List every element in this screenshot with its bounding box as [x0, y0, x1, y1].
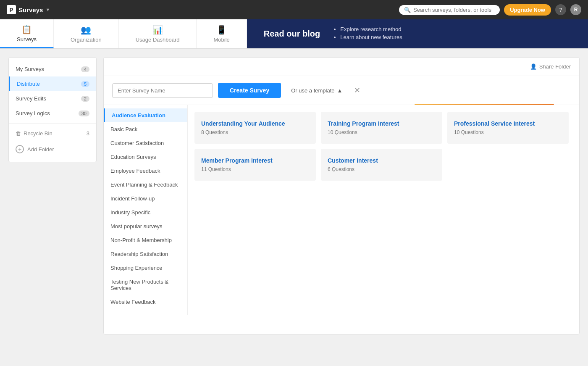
user-avatar[interactable]: R [570, 4, 581, 15]
share-folder-label: Share Folder [539, 63, 571, 70]
category-item-shopping[interactable]: Shopping Experience [104, 261, 187, 275]
blog-bullets: Explore research method Learn about new … [333, 26, 402, 42]
upgrade-button[interactable]: Upgrade Now [504, 4, 551, 16]
sidebar-survey-edits-label: Survey Edits [16, 95, 46, 102]
tab-organization-label: Organization [71, 37, 102, 43]
template-count-0: 8 Questions [201, 129, 309, 135]
category-item-readership[interactable]: Readership Satisfaction [104, 247, 187, 261]
template-card-2[interactable]: Professional Service Interest 10 Questio… [447, 112, 569, 144]
add-folder-label: Add Folder [27, 146, 54, 153]
tab-surveys[interactable]: 📋 Surveys [0, 19, 54, 48]
sidebar-item-recycle-bin[interactable]: 🗑 Recycle Bin 3 [9, 126, 96, 141]
top-nav: P Surveys ▼ 🔍 Upgrade Now ? R [0, 0, 588, 19]
app-title: Surveys [18, 6, 43, 13]
chevron-up-icon: ▲ [337, 87, 343, 94]
blog-bullet-1: Explore research method [340, 26, 402, 32]
help-button[interactable]: ? [555, 4, 566, 15]
category-item-basic-pack[interactable]: Basic Pack [104, 122, 187, 136]
template-name-4: Customer Interest [328, 157, 436, 164]
template-button-label: Or use a template [291, 87, 334, 94]
main-container: My Surveys 4 Distribute 5 Survey Edits 2… [0, 49, 588, 343]
survey-name-input[interactable] [112, 83, 213, 98]
category-item-audience-evaluation[interactable]: Audience Evaluation [104, 108, 187, 122]
template-underline [415, 104, 554, 105]
category-item-industry-specific[interactable]: Industry Specific [104, 205, 187, 219]
chevron-down-icon[interactable]: ▼ [45, 7, 50, 12]
search-input[interactable] [413, 7, 495, 13]
tab-bar: 📋 Surveys 👥 Organization 📊 Usage Dashboa… [0, 19, 588, 49]
plus-icon: + [16, 145, 24, 153]
sidebar-survey-logics-badge: 30 [79, 111, 89, 116]
sidebar-my-surveys-badge: 4 [81, 66, 89, 72]
template-name-0: Understanding Your Audience [201, 120, 309, 127]
sidebar-item-my-surveys[interactable]: My Surveys 4 [9, 62, 96, 76]
tab-usage[interactable]: 📊 Usage Dashboard [119, 19, 197, 48]
tab-mobile[interactable]: 📱 Mobile [197, 19, 247, 48]
category-item-non-profit[interactable]: Non-Profit & Membership [104, 233, 187, 247]
blog-bullet-2: Learn about new features [340, 34, 402, 40]
template-name-2: Professional Service Interest [454, 120, 562, 127]
tab-usage-label: Usage Dashboard [136, 37, 180, 43]
close-template-button[interactable]: ✕ [352, 86, 362, 95]
blog-title: Read our blog [264, 29, 320, 39]
sidebar-item-survey-edits[interactable]: Survey Edits 2 [9, 91, 96, 106]
template-count-4: 6 Questions [328, 166, 436, 172]
category-item-event-planning[interactable]: Event Planning & Feedback [104, 178, 187, 192]
trash-icon: 🗑 [16, 130, 21, 137]
add-folder-button[interactable]: + Add Folder [9, 141, 96, 158]
organization-icon: 👥 [81, 25, 91, 35]
sidebar-survey-edits-badge: 2 [81, 96, 89, 102]
use-template-button[interactable]: Or use a template ▲ [286, 84, 347, 97]
sidebar-item-distribute[interactable]: Distribute 5 [9, 76, 96, 91]
mobile-icon: 📱 [216, 25, 227, 35]
app-logo: P [7, 5, 16, 14]
category-item-employee-feedback[interactable]: Employee Feedback [104, 164, 187, 178]
nav-brand: P Surveys ▼ [7, 5, 50, 14]
surveys-icon: 📋 [21, 24, 32, 34]
search-icon: 🔍 [404, 7, 411, 13]
share-icon: 👤 [530, 63, 537, 70]
category-item-most-popular[interactable]: Most popular surveys [104, 219, 187, 233]
right-panel: 👤 Share Folder Create Survey Or use a te… [103, 57, 580, 334]
sidebar-divider [9, 123, 96, 124]
template-count-3: 11 Questions [201, 166, 309, 172]
category-item-education-surveys[interactable]: Education Surveys [104, 150, 187, 164]
template-grid: Understanding Your Audience 8 Questions … [188, 105, 579, 315]
share-folder-button[interactable]: 👤 Share Folder [530, 63, 571, 70]
sidebar-my-surveys-label: My Surveys [16, 66, 44, 72]
category-item-incident-followup[interactable]: Incident Follow-up [104, 192, 187, 205]
template-card-3[interactable]: Member Program Interest 11 Questions [194, 149, 316, 181]
category-list: Audience Evaluation Basic Pack Customer … [104, 105, 188, 315]
template-name-3: Member Program Interest [201, 157, 309, 164]
template-count-1: 10 Questions [328, 129, 436, 135]
template-card-1[interactable]: Training Program Interest 10 Questions [321, 112, 442, 144]
blog-banner[interactable]: Read our blog Explore research method Le… [247, 19, 588, 48]
templates-panel: Audience Evaluation Basic Pack Customer … [104, 105, 579, 315]
create-survey-button[interactable]: Create Survey [218, 83, 281, 98]
tab-surveys-label: Surveys [17, 36, 37, 42]
category-item-customer-satisfaction[interactable]: Customer Satisfaction [104, 136, 187, 150]
template-name-1: Training Program Interest [328, 120, 436, 127]
recycle-bin-badge: 3 [87, 130, 89, 137]
template-card-4[interactable]: Customer Interest 6 Questions [321, 149, 442, 181]
nav-right: 🔍 Upgrade Now ? R [399, 4, 581, 16]
tab-organization[interactable]: 👥 Organization [54, 19, 119, 48]
template-count-2: 10 Questions [454, 129, 562, 135]
template-card-0[interactable]: Understanding Your Audience 8 Questions [194, 112, 316, 144]
category-item-website-feedback[interactable]: Website Feedback [104, 295, 187, 309]
sidebar-survey-logics-label: Survey Logics [16, 110, 50, 116]
create-survey-row: Create Survey Or use a template ▲ ✕ [104, 76, 579, 105]
recycle-bin-left: 🗑 Recycle Bin [16, 130, 52, 137]
category-item-testing[interactable]: Testing New Products & Services [104, 275, 187, 295]
recycle-bin-label: Recycle Bin [24, 130, 52, 137]
tab-mobile-label: Mobile [213, 37, 229, 43]
sidebar-item-survey-logics[interactable]: Survey Logics 30 [9, 106, 96, 121]
sidebar: My Surveys 4 Distribute 5 Survey Edits 2… [8, 57, 97, 162]
sidebar-distribute-badge: 5 [81, 81, 89, 87]
sidebar-distribute-label: Distribute [17, 81, 40, 87]
panel-header: 👤 Share Folder [104, 58, 579, 76]
search-box[interactable]: 🔍 [399, 5, 500, 15]
usage-icon: 📊 [152, 25, 163, 35]
